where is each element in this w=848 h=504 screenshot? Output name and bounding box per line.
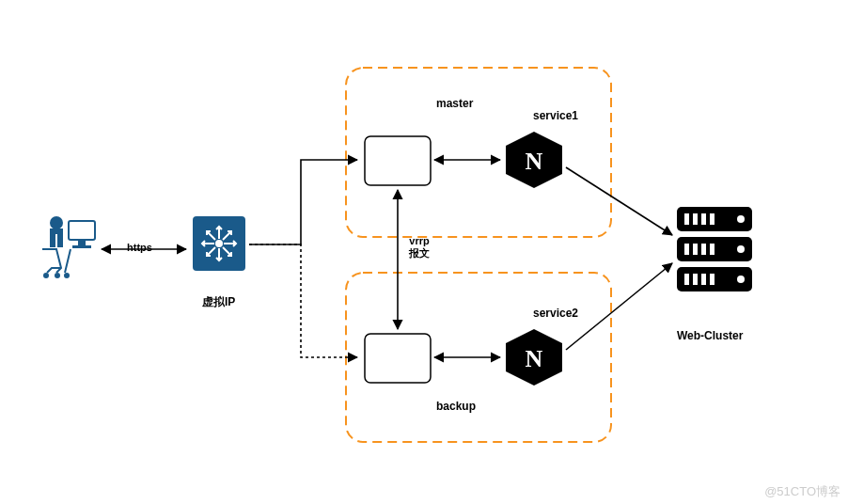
svg-rect-24: [684, 274, 689, 285]
svg-rect-19: [684, 244, 689, 255]
user-icon: [42, 216, 95, 278]
arrow-nginx1-cluster: [566, 167, 672, 235]
svg-rect-27: [710, 274, 715, 285]
svg-rect-22: [710, 244, 715, 255]
svg-rect-14: [684, 213, 689, 225]
svg-point-23: [737, 245, 745, 253]
svg-point-5: [64, 273, 70, 278]
svg-text:N: N: [526, 148, 543, 175]
nginx-icon-1: N: [506, 132, 562, 188]
arrow-lb-backup: [249, 244, 357, 357]
svg-rect-1: [69, 221, 95, 240]
svg-rect-3: [72, 245, 91, 248]
arrow-nginx2-cluster: [566, 263, 672, 350]
svg-point-28: [737, 276, 745, 283]
svg-rect-15: [693, 213, 698, 225]
server-stack: [677, 207, 752, 291]
svg-text:N: N: [526, 345, 543, 372]
arrow-lb-master: [249, 160, 357, 244]
svg-rect-20: [693, 244, 698, 255]
svg-point-6: [55, 273, 60, 278]
svg-point-8: [216, 241, 222, 246]
load-balancer-icon: [193, 216, 245, 271]
svg-rect-21: [701, 244, 706, 255]
svg-rect-16: [701, 213, 706, 225]
svg-rect-26: [701, 274, 706, 285]
diagram-canvas: N N: [0, 0, 848, 504]
svg-rect-2: [78, 240, 86, 245]
svg-point-18: [737, 215, 745, 223]
nginx-icon-2: N: [506, 329, 562, 386]
svg-rect-17: [710, 213, 715, 225]
svg-point-0: [50, 216, 63, 229]
svg-point-4: [43, 273, 49, 278]
keepalived-master-box: [365, 136, 431, 185]
keepalived-backup-box: [365, 334, 431, 383]
svg-rect-25: [693, 274, 698, 285]
